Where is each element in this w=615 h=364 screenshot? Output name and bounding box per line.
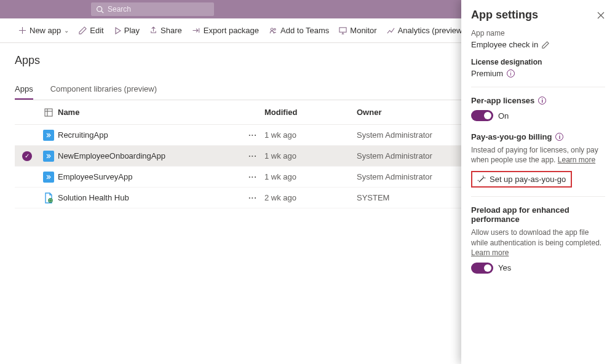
row-name: Solution Health Hub: [58, 193, 248, 202]
payg-title: Pay-as-you-go billing: [471, 132, 552, 141]
row-modified: 2 wk ago: [264, 193, 357, 202]
edit-label: Edit: [90, 26, 103, 35]
document-icon: [43, 192, 54, 204]
share-icon: [149, 26, 157, 34]
row-modified: 1 wk ago: [264, 130, 357, 140]
analytics-label: Analytics (preview): [398, 26, 465, 35]
monitor-button[interactable]: Monitor: [335, 23, 380, 38]
info-icon[interactable]: i: [555, 133, 563, 141]
edit-button[interactable]: Edit: [75, 23, 107, 38]
perapp-title: Per-app licenses: [471, 96, 534, 105]
preload-toggle[interactable]: [471, 263, 493, 274]
pencil-icon: [79, 26, 87, 34]
play-button[interactable]: Play: [110, 23, 143, 38]
close-icon[interactable]: [597, 11, 605, 20]
wand-icon: [477, 175, 486, 184]
new-app-button[interactable]: New app ⌄: [15, 23, 73, 38]
col-modified[interactable]: Modified: [264, 108, 357, 117]
info-icon[interactable]: i: [507, 69, 515, 77]
svg-rect-7: [45, 109, 52, 116]
row-more-button[interactable]: ···: [248, 193, 264, 202]
app-tile-icon: [43, 172, 54, 183]
row-name: EmployeeSurveyApp: [58, 172, 248, 181]
svg-point-4: [274, 28, 276, 30]
selected-check-icon: ✓: [22, 151, 32, 161]
row-name: RecruitingApp: [58, 130, 248, 140]
row-more-button[interactable]: ···: [248, 172, 264, 181]
app-name-value: Employee check in: [471, 40, 538, 49]
panel-title: App settings: [471, 9, 538, 22]
learn-more-link[interactable]: Learn more: [471, 248, 509, 257]
search-input[interactable]: [108, 5, 209, 14]
edit-name-icon[interactable]: [542, 41, 549, 49]
row-modified: 1 wk ago: [264, 172, 357, 181]
search-box[interactable]: [91, 2, 214, 16]
monitor-icon: [339, 26, 347, 34]
perapp-on-label: On: [498, 111, 509, 121]
row-more-button[interactable]: ···: [248, 151, 264, 160]
new-app-label: New app: [30, 26, 61, 35]
play-label: Play: [124, 26, 140, 35]
search-icon: [96, 6, 104, 14]
row-modified: 1 wk ago: [264, 151, 357, 160]
preload-desc: Allow users to download the app file whi…: [471, 228, 601, 247]
perapp-toggle[interactable]: [471, 110, 493, 121]
share-button[interactable]: Share: [146, 23, 186, 38]
payg-button-label: Set up pay-as-you-go: [490, 175, 566, 184]
col-name[interactable]: Name: [58, 108, 248, 117]
tab-apps[interactable]: Apps: [15, 81, 33, 100]
export-label: Export package: [204, 26, 259, 35]
grid-icon-header[interactable]: [39, 108, 58, 117]
teams-icon: [269, 26, 277, 34]
license-label: License designation: [471, 58, 605, 66]
row-name: NewEmployeeOnboardingApp: [58, 151, 248, 160]
svg-rect-5: [339, 28, 346, 32]
analytics-button[interactable]: Analytics (preview): [383, 23, 469, 38]
license-value: Premium: [471, 69, 503, 78]
export-icon: [192, 26, 200, 34]
info-icon[interactable]: i: [538, 97, 546, 105]
app-name-label: App name: [471, 29, 605, 38]
share-label: Share: [161, 26, 182, 35]
plus-icon: [18, 26, 26, 34]
svg-line-1: [101, 10, 103, 12]
teams-label: Add to Teams: [280, 26, 329, 35]
row-more-button[interactable]: ···: [248, 130, 264, 140]
play-icon: [114, 27, 121, 34]
tab-component-libraries[interactable]: Component libraries (preview): [50, 81, 157, 100]
export-button[interactable]: Export package: [188, 23, 263, 38]
svg-point-3: [271, 28, 273, 31]
app-tile-icon: [43, 130, 54, 141]
analytics-icon: [387, 26, 395, 34]
svg-point-0: [97, 6, 102, 11]
preload-title: Preload app for enhanced performance: [471, 205, 605, 224]
app-tile-icon: [43, 151, 54, 162]
learn-more-link[interactable]: Learn more: [558, 156, 595, 164]
chevron-down-icon: ⌄: [64, 27, 69, 34]
monitor-label: Monitor: [350, 26, 376, 35]
teams-button[interactable]: Add to Teams: [265, 23, 333, 38]
settings-panel: App settings App name Employee check in …: [461, 0, 615, 364]
preload-yes-label: Yes: [498, 263, 511, 272]
setup-payg-button[interactable]: Set up pay-as-you-go: [471, 171, 572, 188]
